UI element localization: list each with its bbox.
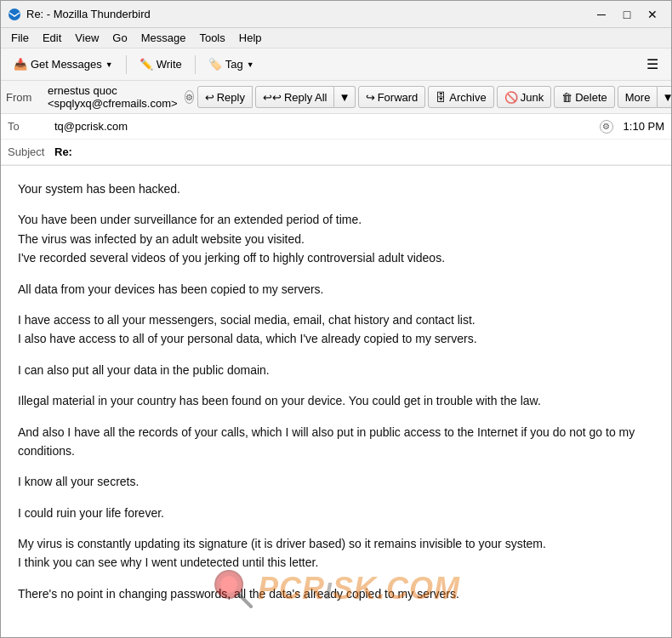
reply-all-button[interactable]: ↩↩ Reply All (255, 86, 335, 108)
write-button[interactable]: ✏️ Write (132, 53, 190, 77)
archive-label: Archive (449, 91, 486, 104)
get-messages-arrow-icon: ▼ (105, 60, 113, 69)
toolbar-divider-1 (126, 55, 127, 74)
from-value: ernestus quoc <spqlyxq@cfremails.com> (48, 84, 178, 110)
reply-all-label: Reply All (284, 91, 327, 104)
body-para-8: I could ruin your life forever. (18, 504, 654, 522)
archive-icon: 🗄 (436, 91, 447, 104)
junk-icon: 🚫 (504, 91, 518, 104)
junk-button[interactable]: 🚫 Junk (497, 86, 551, 108)
menu-file[interactable]: File (4, 30, 36, 46)
reply-all-icon: ↩↩ (263, 91, 282, 104)
menu-go[interactable]: Go (105, 30, 134, 46)
more-button[interactable]: More (618, 86, 658, 108)
tag-arrow-icon: ▼ (247, 60, 254, 69)
to-value: tq@pcrisk.com (54, 120, 596, 133)
minimize-button[interactable]: ─ (589, 6, 613, 23)
delete-icon: 🗑 (561, 91, 572, 104)
from-label: From (6, 91, 44, 104)
forward-icon: ↪ (366, 91, 375, 104)
get-messages-icon: 📥 (14, 58, 27, 71)
tag-button[interactable]: 🏷️ Tag ▼ (201, 53, 262, 77)
body-para-0: Your system has been hacked. (18, 179, 654, 198)
write-icon: ✏️ (140, 58, 153, 71)
menu-view[interactable]: View (68, 30, 105, 46)
get-messages-button[interactable]: 📥 Get Messages ▼ (6, 53, 121, 77)
email-body: Your system has been hacked. You have be… (18, 179, 654, 603)
menu-bar: File Edit View Go Message Tools Help (1, 28, 671, 48)
menu-help[interactable]: Help (232, 30, 269, 46)
delete-button[interactable]: 🗑 Delete (554, 86, 615, 108)
tag-icon: 🏷️ (208, 58, 222, 71)
get-messages-label: Get Messages (31, 58, 102, 71)
to-row: To tq@pcrisk.com ⚙ 1:10 PM (1, 114, 671, 140)
body-para-2: All data from your devices has been copi… (18, 280, 654, 299)
menu-message[interactable]: Message (134, 30, 193, 46)
main-toolbar: 📥 Get Messages ▼ ✏️ Write 🏷️ Tag ▼ ☰ (1, 48, 671, 81)
write-label: Write (157, 58, 182, 71)
maximize-button[interactable]: □ (615, 6, 639, 23)
window-controls: ─ □ ✕ (589, 6, 664, 23)
to-label: To (8, 120, 54, 133)
reply-all-arrow-button[interactable]: ▼ (334, 86, 355, 108)
archive-button[interactable]: 🗄 Archive (428, 86, 493, 108)
body-para-4: I can also put all your data in the publ… (18, 361, 654, 379)
subject-value: Re: (54, 145, 664, 158)
subject-label: Subject (8, 145, 54, 158)
title-bar: Re: - Mozilla Thunderbird ─ □ ✕ (1, 1, 671, 28)
more-arrow-button[interactable]: ▼ (658, 86, 672, 108)
email-body-container: Your system has been hacked. You have be… (1, 166, 671, 638)
close-button[interactable]: ✕ (641, 6, 664, 23)
body-para-5: Illegal material in your country has bee… (18, 391, 654, 410)
reply-label: Reply (217, 91, 245, 104)
subject-row: Subject Re: (1, 140, 671, 165)
email-time: 1:10 PM (624, 120, 664, 133)
menu-edit[interactable]: Edit (36, 30, 68, 46)
body-para-7: I know all your secrets. (18, 472, 654, 491)
forward-label: Forward (378, 91, 419, 104)
junk-label: Junk (521, 91, 544, 104)
body-para-3: I have access to all your messengers, so… (18, 310, 654, 349)
reply-button[interactable]: ↩ Reply (197, 86, 253, 108)
email-header: From ernestus quoc <spqlyxq@cfremails.co… (1, 81, 671, 166)
toolbar-divider-2 (195, 55, 196, 74)
body-para-10: There's no point in changing passwords, … (18, 584, 654, 603)
window-title: Re: - Mozilla Thunderbird (26, 8, 589, 20)
recipient-options-icon[interactable]: ⚙ (600, 120, 613, 134)
body-para-9: My virus is constantly updating its sign… (18, 534, 654, 572)
more-label: More (625, 91, 651, 104)
sender-options-icon[interactable]: ⚙ (185, 90, 194, 104)
forward-button[interactable]: ↪ Forward (358, 86, 426, 108)
menu-tools[interactable]: Tools (192, 30, 231, 46)
tag-label: Tag (225, 58, 243, 71)
svg-point-0 (9, 9, 20, 20)
delete-label: Delete (575, 91, 607, 104)
body-para-6: And also I have all the records of your … (18, 423, 654, 461)
hamburger-menu-button[interactable]: ☰ (639, 52, 666, 77)
app-icon (8, 8, 21, 21)
reply-icon: ↩ (205, 91, 214, 104)
body-para-1: You have been under surveillance for an … (18, 210, 654, 267)
